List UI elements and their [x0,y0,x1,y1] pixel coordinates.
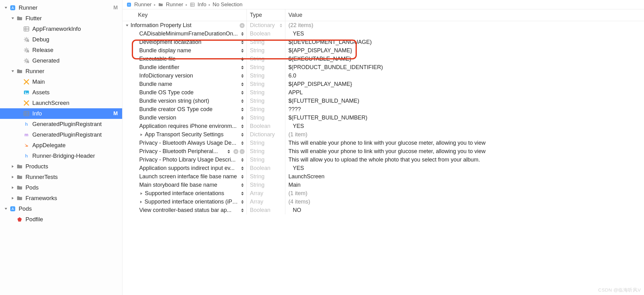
breadcrumb[interactable]: RunnerRunnerInfoNo Selection [122,0,644,9]
sidebar-item[interactable]: Pods [0,204,122,214]
plist-value[interactable]: ???? [285,105,644,114]
plist-row[interactable]: View controller-based status bar ap... B… [122,206,644,214]
plist-row[interactable]: Supported interface orientations (iPad) … [122,198,644,206]
sidebar-item[interactable]: Flutter [0,13,122,24]
plist-value[interactable]: This will enable your phone to link with… [285,139,644,147]
plist-row[interactable]: InfoDictionary version String 6.0 [122,72,644,80]
plist-row[interactable]: Development localization String $(DEVELO… [122,38,644,46]
key-stepper[interactable] [240,39,245,45]
chevron-right-icon[interactable] [139,133,144,137]
plist-value[interactable]: $(EXECUTABLE_NAME) [285,55,644,63]
plist-row[interactable]: Executable file String $(EXECUTABLE_NAME… [122,55,644,63]
plist-key[interactable]: Supported interface orientations (iPad) [145,199,240,205]
sidebar-item[interactable]: Generated [0,55,122,66]
key-stepper[interactable] [240,31,245,37]
sidebar-item[interactable]: AppFrameworkInfo [0,24,122,34]
plist-key[interactable]: Bundle identifier [139,64,240,71]
plist-row[interactable]: Bundle creator OS Type code String ???? [122,105,644,114]
plist-type[interactable]: String [247,97,285,105]
plist-row[interactable]: Bundle version string (short) String $(F… [122,97,644,105]
chevron-right-icon[interactable] [11,185,15,190]
plist-type[interactable]: Boolean [247,164,285,172]
key-stepper[interactable] [240,64,245,71]
plist-row[interactable]: Bundle identifier String $(PRODUCT_BUNDL… [122,63,644,72]
plist-key[interactable]: Launch screen interface file base name [139,173,240,180]
plist-value[interactable]: YES [285,122,644,130]
plist-key[interactable]: Privacy - Bluetooth Always Usage De... [139,140,240,146]
navigator-sidebar[interactable]: RunnerMFlutterAppFrameworkInfoDebugRelea… [0,0,122,295]
plist-type[interactable]: String [247,46,285,55]
key-stepper[interactable] [240,132,245,138]
sidebar-item[interactable]: LaunchScreen [0,98,122,108]
remove-row-button[interactable]: － [240,149,245,154]
plist-value[interactable]: Main [285,181,644,189]
chevron-right-icon[interactable] [139,191,144,196]
key-stepper[interactable] [240,182,245,188]
sidebar-item[interactable]: Release [0,45,122,55]
plist-value[interactable]: (22 items) [285,21,644,30]
sidebar-item[interactable]: AppDelegate [0,140,122,151]
plist-value[interactable]: (4 items) [285,198,644,206]
plist-value[interactable]: $(FLUTTER_BUILD_NUMBER) [285,114,644,122]
add-row-button[interactable]: + [233,149,238,154]
plist-key[interactable]: Bundle version [139,115,240,121]
plist-row[interactable]: App Transport Security Settings Dictiona… [122,130,644,139]
plist-type[interactable]: String [247,139,285,147]
plist-row[interactable]: CADisableMinimumFrameDurationOn... Boole… [122,30,644,38]
key-stepper[interactable] [227,148,231,155]
plist-key[interactable]: Application requires iPhone environm... [139,123,240,129]
sidebar-item[interactable]: GeneratedPluginRegistrant [0,129,122,140]
plist-row[interactable]: Application requires iPhone environm... … [122,122,644,130]
sidebar-item[interactable]: Frameworks [0,193,122,204]
plist-column-header[interactable]: Key Type Value [122,9,644,21]
sidebar-item[interactable]: Main [0,77,122,87]
key-stepper[interactable] [240,140,245,146]
plist-key[interactable]: CADisableMinimumFrameDurationOn... [139,30,240,37]
key-stepper[interactable] [240,81,245,87]
plist-key[interactable]: View controller-based status bar ap... [139,207,240,213]
plist-type[interactable]: Dictionary [247,21,285,30]
plist-type[interactable]: String [247,88,285,97]
plist-type[interactable]: String [247,156,285,164]
chevron-down-icon[interactable] [125,23,129,28]
plist-key[interactable]: Bundle display name [139,47,240,54]
plist-value[interactable]: This will enable your phone to link with… [285,147,644,156]
plist-row[interactable]: Bundle OS Type code String APPL [122,88,644,97]
add-row-button[interactable]: + [240,23,245,28]
key-stepper[interactable] [240,207,245,213]
sidebar-item[interactable]: RunnerTests [0,172,122,182]
plist-value[interactable]: 6.0 [285,72,644,80]
plist-type[interactable]: Boolean [247,122,285,130]
breadcrumb-item[interactable]: Info [190,2,206,8]
plist-type[interactable]: String [247,181,285,189]
key-stepper[interactable] [240,115,245,121]
key-stepper[interactable] [240,48,245,54]
key-stepper[interactable] [240,157,245,163]
chevron-right-icon[interactable] [11,175,15,179]
plist-key[interactable]: Main storyboard file base name [139,182,240,188]
plist-type[interactable]: String [247,38,285,46]
plist-key[interactable]: InfoDictionary version [139,73,240,79]
plist-type[interactable]: Boolean [247,206,285,214]
chevron-right-icon[interactable] [11,164,15,169]
plist-key[interactable]: Bundle creator OS Type code [139,106,240,113]
chevron-down-icon[interactable] [4,6,8,10]
key-stepper[interactable] [240,165,245,171]
plist-value[interactable]: $(FLUTTER_BUILD_NAME) [285,97,644,105]
chevron-down-icon[interactable] [11,16,15,21]
sidebar-item[interactable]: Debug [0,34,122,45]
col-header-key[interactable]: Key [122,9,247,21]
sidebar-item[interactable]: Runner-Bridging-Header [0,151,122,161]
plist-type[interactable]: Boolean [247,30,285,38]
plist-value[interactable]: APPL [285,88,644,97]
plist-value[interactable]: ${APP_DISPLAY_NAME} [285,46,644,55]
plist-value[interactable]: (1 item) [285,130,644,139]
plist-type[interactable]: Array [247,189,285,198]
key-stepper[interactable] [240,106,245,113]
plist-key[interactable]: Bundle name [139,81,240,87]
plist-type[interactable]: String [247,114,285,122]
sidebar-item[interactable]: Runner [0,66,122,77]
plist-row[interactable]: Privacy - Bluetooth Peripheral... + － St… [122,147,644,156]
sidebar-item[interactable]: RunnerM [0,2,122,13]
plist-type[interactable]: String [247,80,285,88]
